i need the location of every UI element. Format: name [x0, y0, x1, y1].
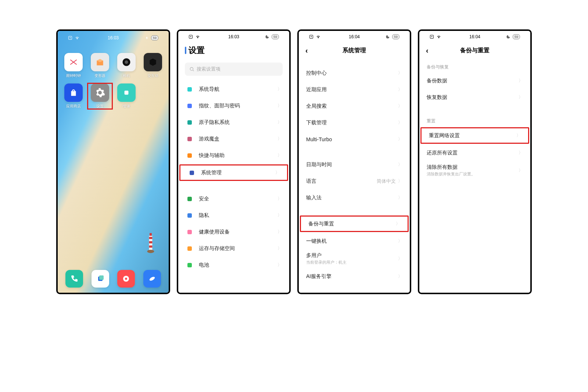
item-sublabel: 当前登录的用户：机主 — [306, 260, 398, 265]
lighthouse-decoration — [147, 230, 155, 256]
dock-app-msg[interactable] — [87, 270, 114, 288]
battery-indicator: 59 — [513, 34, 520, 39]
chevron-right-icon: 〉 — [277, 245, 282, 252]
down-arrow-box-icon — [309, 35, 313, 39]
app-gear[interactable]: 设置 — [88, 83, 112, 109]
phone-screen-system-mgmt: 16:04 59 ‹ 系统管理 控制中心〉近期应用〉全局搜索〉下载管理〉Mult… — [297, 29, 411, 294]
system-list-group-3: 备份与重置〉一键换机〉 多用户 当前登录的用户：机主 〉AI服务引擎〉 — [299, 215, 410, 285]
item-label: 指纹、面部与密码 — [199, 103, 277, 109]
app-shield[interactable]: i管家 — [114, 83, 139, 109]
list-item[interactable]: 健康使用设备〉 — [178, 224, 289, 240]
list-item[interactable]: 运存与存储空间〉 — [178, 240, 289, 257]
app-bag[interactable]: 应用商店 — [61, 83, 86, 109]
dock-app-music[interactable] — [113, 270, 139, 288]
svg-rect-23 — [187, 197, 192, 201]
list-item[interactable]: 指纹、面部与密码〉 — [178, 97, 289, 114]
back-button[interactable]: ‹ — [426, 46, 429, 55]
shield-icon — [186, 195, 194, 203]
list-item[interactable]: 恢复数据〉 — [419, 89, 530, 106]
settings-list-group-2: 安全〉 隐私〉 健康使用设备〉 运存与存储空间〉 电池〉 — [178, 190, 289, 273]
list-item[interactable]: 清除所有数据 清除数据并恢复出厂设置。 〉 — [419, 161, 530, 180]
chevron-right-icon: 〉 — [398, 178, 402, 184]
list-item[interactable]: 语言简体中文〉 — [299, 173, 410, 189]
item-label: 游戏魔盒 — [199, 136, 277, 142]
home-app-grid: 闹钟时钟 变形器 相机 交互动 应用商店 设置 i管家 — [61, 53, 165, 109]
status-bar: 16:03 59 — [58, 33, 169, 43]
chevron-right-icon: 〉 — [277, 136, 282, 142]
page-title: 系统管理 — [343, 47, 366, 54]
list-item[interactable]: 控制中心〉 — [299, 65, 410, 81]
list-item[interactable]: 近期应用〉 — [299, 81, 410, 98]
list-item[interactable]: 系统导航〉 — [178, 81, 289, 97]
list-item[interactable]: AI服务引擎〉 — [299, 268, 410, 285]
item-label: 快捷与辅助 — [199, 152, 277, 159]
list-item[interactable]: 日期与时间〉 — [299, 156, 410, 173]
app-label: 变形器 — [94, 73, 105, 78]
svg-point-2 — [125, 60, 128, 64]
chevron-right-icon: 〉 — [398, 195, 402, 201]
chevron-right-icon: 〉 — [398, 70, 402, 76]
list-item[interactable]: 输入法〉 — [299, 189, 410, 206]
list-item[interactable]: 备份数据〉 — [419, 72, 530, 89]
status-left-icons — [68, 36, 80, 40]
list-item[interactable]: 原子隐私系统〉 — [178, 114, 289, 131]
moon-icon — [386, 35, 390, 39]
health-icon — [186, 228, 194, 236]
clock-icon — [64, 53, 83, 71]
lock-icon — [186, 211, 194, 220]
app-camera[interactable]: 相机 — [114, 53, 139, 78]
app-box[interactable]: 变形器 — [88, 53, 112, 78]
list-item[interactable]: 电池〉 — [178, 257, 289, 273]
phone-screen-backup-reset: 16:04 59 ‹ 备份与重置 备份与恢复 备份数据〉恢复数据〉 重置 重置网… — [418, 29, 532, 294]
list-item[interactable]: 还原所有设置〉 — [419, 145, 530, 161]
battery-indicator: 59 — [272, 34, 279, 39]
app-clock[interactable]: 闹钟时钟 — [61, 53, 86, 78]
chevron-right-icon: 〉 — [398, 136, 402, 142]
status-time: 16:04 — [349, 34, 360, 39]
svg-rect-19 — [187, 120, 192, 125]
list-item[interactable]: 隐私〉 — [178, 207, 289, 224]
storage-icon — [186, 245, 194, 253]
battery-indicator: 59 — [151, 35, 158, 40]
item-label: 恢复数据 — [427, 94, 519, 101]
back-button[interactable]: ‹ — [305, 46, 308, 55]
dock-app-leaf[interactable] — [139, 270, 165, 288]
item-label: 备份数据 — [427, 78, 519, 84]
list-item[interactable]: Multi-Turbo〉 — [299, 131, 410, 147]
dock-app-phone[interactable] — [61, 270, 87, 288]
list-item[interactable]: 快捷与辅助〉 — [178, 147, 289, 164]
item-label: 系统导航 — [199, 86, 277, 93]
chevron-right-icon: 〉 — [519, 150, 523, 156]
down-arrow-box-icon — [68, 36, 72, 40]
status-bar: 16:04 59 — [419, 31, 530, 40]
list-item[interactable]: 游戏魔盒〉 — [178, 131, 289, 147]
search-input[interactable]: 搜索设置项 — [185, 63, 283, 76]
moon-icon — [506, 35, 510, 39]
svg-rect-11 — [99, 275, 104, 280]
list-item[interactable]: 下载管理〉 — [299, 114, 410, 131]
status-left-icons — [189, 35, 200, 39]
list-item[interactable]: 安全〉 — [178, 190, 289, 207]
chevron-right-icon: 〉 — [277, 152, 282, 158]
list-item[interactable]: 重置网络设置〉 — [420, 127, 529, 144]
leaf-icon — [143, 270, 161, 288]
wifi-icon — [75, 36, 80, 40]
status-left-icons — [309, 35, 321, 39]
chevron-right-icon: 〉 — [277, 103, 282, 109]
section-label-backup: 备份与恢复 — [419, 60, 530, 72]
chevron-right-icon: 〉 — [275, 170, 280, 176]
chevron-right-icon: 〉 — [398, 238, 402, 244]
status-time: 16:03 — [108, 35, 119, 40]
chevron-right-icon: 〉 — [398, 256, 402, 262]
app-label: 交互动 — [147, 73, 158, 78]
item-label: 语言 — [306, 178, 377, 185]
list-item[interactable]: 多用户 当前登录的用户：机主 〉 — [299, 249, 410, 268]
item-label: 重置网络设置 — [429, 132, 516, 139]
list-item[interactable]: 全局搜索〉 — [299, 98, 410, 114]
list-item[interactable]: 系统管理〉 — [179, 164, 288, 181]
list-item[interactable]: 备份与重置〉 — [300, 215, 409, 232]
shield-icon — [117, 83, 136, 102]
list-item[interactable]: 一键换机〉 — [299, 233, 410, 249]
phone-icon — [65, 270, 83, 288]
app-cube[interactable]: 交互动 — [141, 53, 165, 78]
